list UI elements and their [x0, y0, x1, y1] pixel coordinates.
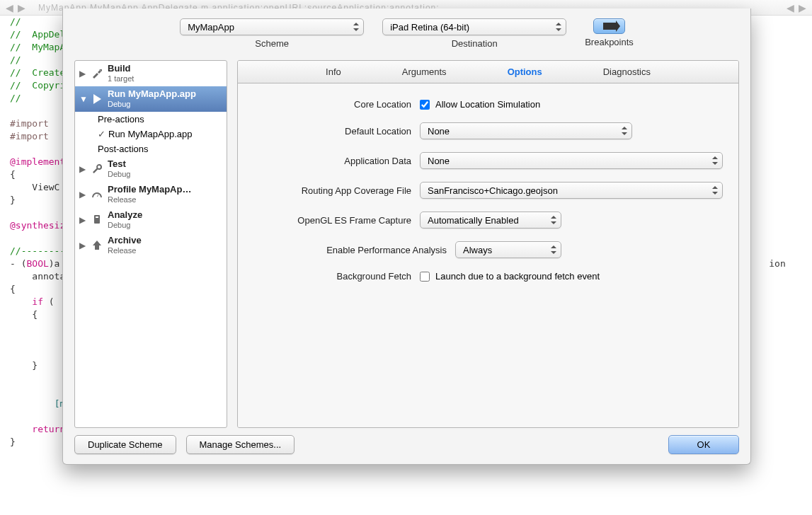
ok-button[interactable]: OK [668, 435, 739, 454]
tab-arguments[interactable]: Arguments [402, 66, 447, 77]
scheme-item-archive[interactable]: ▶ ArchiveRelease [75, 233, 227, 258]
background-fetch-checkbox[interactable] [420, 272, 430, 282]
breakpoints-label: Breakpoints [585, 37, 634, 47]
chevron-right-icon[interactable]: ▶ [79, 241, 86, 250]
options-form: Core Location Allow Location Simulation … [238, 83, 738, 427]
wrench-icon [91, 163, 103, 175]
chevron-right-icon[interactable]: ▶ [79, 164, 86, 174]
scheme-item-analyze[interactable]: ▶ AnalyzeDebug [75, 207, 227, 233]
default-location-label: Default Location [253, 126, 420, 137]
duplicate-scheme-button[interactable]: Duplicate Scheme [74, 435, 176, 454]
scheme-item-test[interactable]: ▶ TestDebug [75, 156, 227, 182]
scheme-selector-label: Scheme [255, 38, 289, 49]
svg-rect-0 [94, 215, 100, 224]
nav-back-icon[interactable]: ◀ [6, 2, 13, 13]
destination-selector[interactable]: iPad Retina (64-bit) [382, 18, 566, 35]
detail-tabs: Info Arguments Options Diagnostics [238, 61, 738, 83]
breakpoints-button[interactable] [593, 18, 625, 34]
nav-forward-icon[interactable]: ▶ [18, 2, 25, 13]
chevron-down-icon[interactable]: ▼ [79, 94, 86, 104]
application-data-select[interactable]: None [420, 152, 723, 169]
scheme-editor-sheet: MyMapApp Scheme iPad Retina (64-bit) Des… [62, 8, 751, 465]
nav-next-icon[interactable]: ▶ [799, 2, 806, 13]
scheme-selector[interactable]: MyMapApp [180, 18, 364, 35]
opengl-capture-label: OpenGL ES Frame Capture [253, 215, 420, 226]
scheme-item-profile[interactable]: ▶ Profile MyMapAp…Release [75, 182, 227, 207]
core-location-label: Core Location [253, 99, 420, 110]
application-data-label: Application Data [253, 156, 420, 166]
nav-prev-icon[interactable]: ◀ [787, 2, 794, 13]
sheet-header: MyMapApp Scheme iPad Retina (64-bit) Des… [63, 8, 750, 53]
tab-options[interactable]: Options [508, 66, 542, 77]
scheme-item-run[interactable]: ▼ Run MyMapApp.appDebug [75, 86, 227, 112]
background-fetch-text: Launch due to a background fetch event [435, 271, 600, 282]
performance-analysis-select[interactable]: Always [455, 241, 561, 258]
destination-selector-label: Destination [452, 38, 498, 49]
tab-info[interactable]: Info [326, 66, 341, 77]
allow-location-simulation-checkbox[interactable] [420, 100, 430, 110]
hammer-icon [91, 67, 103, 80]
scheme-subitem-postactions[interactable]: Post-actions [75, 141, 227, 156]
analyze-icon [91, 214, 103, 226]
allow-location-simulation-text: Allow Location Simulation [435, 99, 540, 110]
scheme-subitem-runapp[interactable]: Run MyMapApp.app [75, 127, 227, 141]
gauge-icon [91, 188, 103, 201]
chevron-right-icon[interactable]: ▶ [79, 190, 86, 199]
sheet-footer: Duplicate Scheme Manage Schemes... OK [63, 431, 750, 464]
scheme-subitem-preactions[interactable]: Pre-actions [75, 112, 227, 127]
chevron-right-icon[interactable]: ▶ [79, 215, 86, 225]
routing-file-select[interactable]: SanFrancisco+Chicago.geojson [420, 182, 723, 199]
archive-icon [91, 239, 103, 252]
svg-rect-1 [96, 216, 98, 218]
scheme-action-list: ▶ Build1 target ▼ Run MyMapApp.appDebug … [74, 60, 227, 428]
manage-schemes-button[interactable]: Manage Schemes... [186, 435, 295, 454]
tab-diagnostics[interactable]: Diagnostics [603, 66, 651, 77]
chevron-right-icon[interactable]: ▶ [79, 69, 86, 79]
performance-analysis-label: Enable Performance Analysis [253, 245, 455, 255]
play-icon [91, 93, 103, 105]
default-location-select[interactable]: None [420, 122, 632, 139]
routing-file-label: Routing App Coverage File [253, 185, 420, 196]
opengl-capture-select[interactable]: Automatically Enabled [420, 212, 561, 228]
scheme-detail-panel: Info Arguments Options Diagnostics Core … [237, 60, 739, 428]
scheme-item-build[interactable]: ▶ Build1 target [75, 61, 227, 86]
breakpoint-icon [603, 23, 616, 30]
background-fetch-label: Background Fetch [253, 271, 420, 282]
